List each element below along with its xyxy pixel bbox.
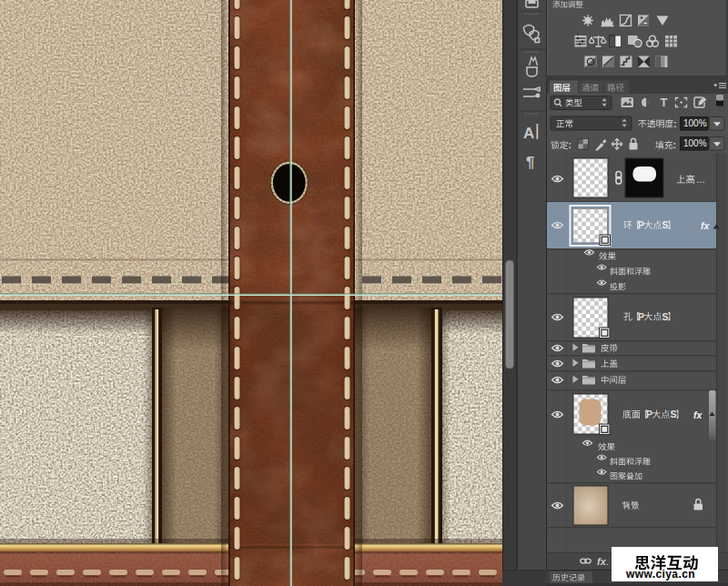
svg-text:¶: ¶ bbox=[526, 154, 534, 171]
svg-text:P: P bbox=[646, 409, 652, 419]
svg-text:fx: fx bbox=[693, 409, 703, 420]
svg-text:.: . bbox=[606, 556, 609, 567]
svg-text:100%: 100% bbox=[683, 118, 707, 128]
svg-text:P: P bbox=[638, 311, 644, 322]
svg-text:S: S bbox=[670, 409, 676, 419]
svg-text:P: P bbox=[638, 219, 644, 230]
svg-text:A: A bbox=[523, 125, 534, 142]
svg-text:…: … bbox=[696, 175, 705, 185]
svg-text::: : bbox=[673, 119, 676, 129]
svg-text:S: S bbox=[662, 219, 668, 230]
svg-text:www.ciya.cn: www.ciya.cn bbox=[625, 568, 695, 581]
svg-text::: : bbox=[673, 140, 676, 150]
svg-text:fx: fx bbox=[701, 220, 710, 231]
svg-text:100%: 100% bbox=[683, 138, 707, 148]
svg-text:T: T bbox=[661, 96, 668, 109]
svg-text::: : bbox=[569, 140, 571, 150]
svg-text:S: S bbox=[662, 311, 668, 322]
